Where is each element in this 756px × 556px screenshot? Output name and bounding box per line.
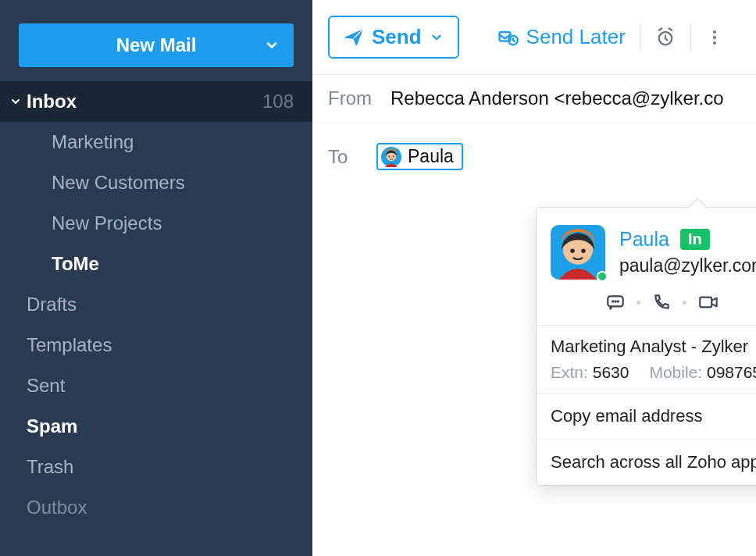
contact-details: Marketing Analyst - Zylker Extn: 5630 Mo…	[537, 325, 756, 393]
separator-dot	[683, 301, 686, 305]
folder-label: Sent	[27, 375, 65, 397]
svg-point-9	[393, 155, 394, 157]
from-field[interactable]: From Rebecca Anderson <rebecca@zylker.co	[312, 75, 756, 123]
svg-point-15	[612, 301, 613, 301]
contact-email: paula@zylker.com	[619, 255, 756, 276]
svg-point-13	[581, 248, 586, 253]
folder-sent[interactable]: Sent	[0, 365, 312, 406]
send-later-label: Send Later	[526, 25, 626, 49]
phone-icon[interactable]	[651, 292, 672, 312]
svg-point-8	[388, 155, 390, 157]
contact-name[interactable]: Paula	[619, 228, 669, 251]
chevron-down-icon	[430, 30, 444, 45]
svg-point-3	[713, 30, 716, 34]
to-field[interactable]: To Paula	[312, 123, 756, 191]
folder-trash[interactable]: Trash	[0, 447, 312, 487]
compose-panel: Send Send Later	[312, 0, 756, 556]
folder-label: Drafts	[27, 294, 77, 315]
schedule-icon	[497, 27, 519, 48]
send-button[interactable]: Send	[328, 16, 459, 59]
folder-label: Inbox	[27, 91, 77, 112]
svg-point-16	[615, 301, 615, 301]
new-mail-button[interactable]: New Mail	[19, 23, 294, 67]
subfolder-marketing[interactable]: Marketing	[0, 122, 312, 162]
avatar-icon	[381, 147, 401, 167]
new-mail-label: New Mail	[116, 34, 197, 56]
divider	[690, 24, 691, 51]
folder-templates[interactable]: Templates	[0, 325, 312, 365]
video-icon[interactable]	[697, 292, 721, 312]
contact-title: Marketing Analyst - Zylker	[551, 337, 756, 357]
status-badge: In	[680, 229, 710, 250]
subfolder-new-customers[interactable]: New Customers	[0, 162, 312, 203]
folder-label: Spam	[27, 415, 77, 437]
folder-spam[interactable]: Spam	[0, 406, 312, 447]
chat-icon[interactable]	[605, 292, 626, 312]
contact-popover: Paula In paula@zylker.com	[536, 207, 756, 486]
svg-point-4	[713, 36, 716, 39]
subfolder-tome[interactable]: ToMe	[0, 244, 312, 284]
svg-point-17	[618, 301, 619, 301]
svg-point-12	[570, 248, 575, 253]
separator-dot	[637, 301, 640, 305]
contact-extn: Extn: 5630	[551, 363, 629, 382]
avatar-icon	[551, 225, 605, 280]
paper-plane-icon	[344, 27, 364, 48]
copy-email-button[interactable]: Copy email address	[537, 393, 756, 439]
recipient-chip[interactable]: Paula	[376, 143, 463, 170]
svg-point-5	[713, 41, 716, 45]
folder-label: Templates	[27, 334, 112, 356]
chevron-down-icon	[9, 95, 22, 108]
more-icon[interactable]	[705, 28, 724, 47]
folder-label: Outbox	[27, 497, 87, 519]
contact-mobile: Mobile: 0987654321	[649, 363, 756, 382]
chevron-down-icon[interactable]	[264, 37, 280, 53]
from-value: Rebecca Anderson <rebecca@zylker.co	[390, 87, 724, 109]
subfolder-new-projects[interactable]: New Projects	[0, 203, 312, 244]
search-apps-button[interactable]: Search across all Zoho apps	[537, 439, 756, 485]
folder-label: Trash	[27, 456, 73, 478]
folder-outbox[interactable]: Outbox	[0, 487, 312, 519]
divider	[640, 24, 640, 51]
presence-indicator	[597, 271, 608, 282]
folder-inbox[interactable]: Inbox 108	[0, 81, 312, 122]
compose-toolbar: Send Send Later	[312, 0, 756, 75]
to-label: To	[328, 146, 376, 168]
folder-list: Inbox 108 Marketing New Customers New Pr…	[0, 81, 312, 519]
sidebar: New Mail Inbox 108 Marketing New Custome…	[0, 0, 312, 556]
contact-actions	[605, 292, 756, 312]
from-label: From	[328, 87, 390, 109]
recipient-name: Paula	[408, 146, 454, 167]
folder-drafts[interactable]: Drafts	[0, 284, 312, 325]
send-later-button[interactable]: Send Later	[497, 25, 626, 49]
folder-count: 108	[262, 91, 294, 112]
send-label: Send	[372, 25, 422, 49]
reminder-icon[interactable]	[654, 27, 676, 48]
svg-rect-18	[700, 298, 711, 308]
